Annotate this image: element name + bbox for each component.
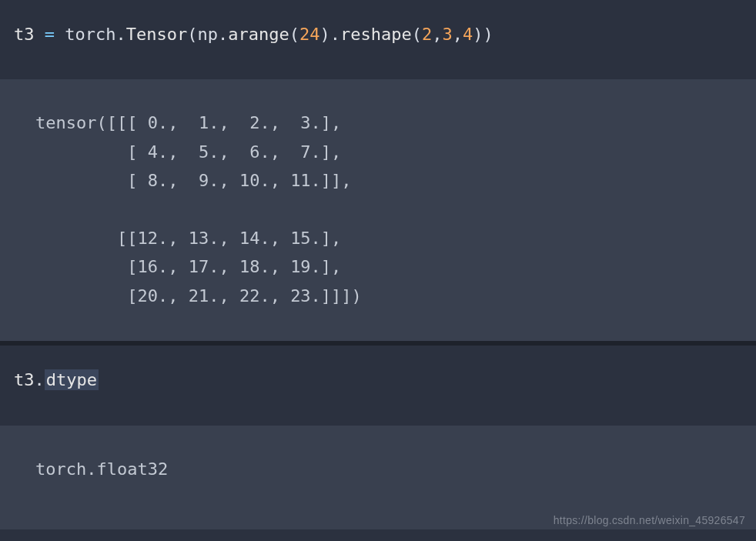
paren-close: ): [319, 25, 329, 44]
fn-reshape: reshape: [340, 25, 412, 44]
module-torch: torch.: [65, 25, 125, 44]
paren-close-2: )): [473, 25, 493, 44]
dot-2: .: [35, 370, 45, 389]
fn-arange: arange: [228, 25, 289, 44]
fn-tensor: Tensor: [126, 25, 187, 44]
dot: .: [330, 25, 340, 44]
num-2: 2: [422, 25, 432, 44]
output-cell-1: tensor([[[ 0., 1., 2., 3.], [ 4., 5., 6.…: [0, 79, 756, 341]
paren-open-2: (: [289, 25, 299, 44]
code-cell-1: t3 = torch.Tensor(np.arange(24).reshape(…: [0, 0, 756, 79]
watermark-text: https://blog.csdn.net/weixin_45926547: [554, 512, 745, 530]
paren-open-3: (: [412, 25, 422, 44]
code-line-2: t3.dtype: [14, 366, 742, 394]
num-4: 4: [463, 25, 473, 44]
variable-t3-2: t3: [14, 370, 35, 389]
attr-dtype: dtype: [45, 369, 99, 390]
code-cell-2: t3.dtype: [0, 346, 756, 425]
assign-op: =: [35, 25, 65, 44]
num-24: 24: [299, 25, 320, 44]
comma-2: ,: [453, 25, 463, 44]
variable-t3: t3: [14, 25, 35, 44]
module-np: np.: [197, 25, 228, 44]
code-line-1: t3 = torch.Tensor(np.arange(24).reshape(…: [14, 20, 742, 48]
dtype-output: torch.float32: [35, 455, 721, 483]
tensor-output: tensor([[[ 0., 1., 2., 3.], [ 4., 5., 6.…: [35, 109, 721, 310]
num-3: 3: [442, 25, 452, 44]
paren-open: (: [187, 25, 197, 44]
comma-1: ,: [432, 25, 442, 44]
